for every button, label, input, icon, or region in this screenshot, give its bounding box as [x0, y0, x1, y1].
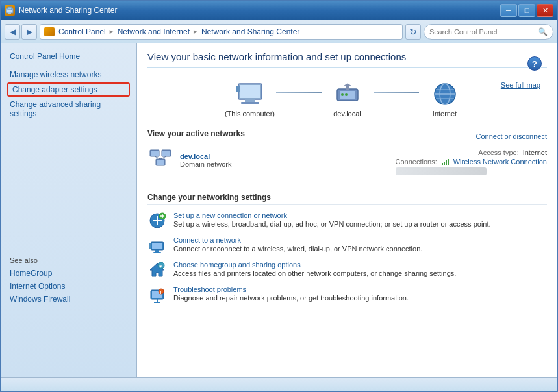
setting-item-connect: Connect to a network Connect or reconnec… — [147, 236, 547, 254]
forward-button[interactable]: ▶ — [21, 24, 37, 40]
troubleshoot-link[interactable]: Troubleshoot problems — [173, 286, 409, 293]
help-button[interactable]: ? — [527, 56, 542, 71]
sidebar-change-advanced[interactable]: Change advanced sharing settings — [1, 98, 136, 120]
svg-rect-53 — [154, 302, 160, 303]
sidebar-homegroup[interactable]: HomeGroup — [1, 267, 136, 280]
main-area: Control Panel Home Manage wireless netwo… — [1, 43, 557, 377]
homegroup-link[interactable]: Choose homegroup and sharing options — [173, 261, 456, 269]
window-icon — [5, 5, 15, 16]
svg-rect-27 — [157, 160, 164, 165]
homegroup-desc: Access files and printers located on oth… — [173, 269, 456, 278]
setting-item-setup: Set up a new connection or network Set u… — [147, 212, 547, 230]
minimize-button[interactable]: ─ — [500, 4, 517, 17]
network-node-computer: (This computer) — [224, 81, 276, 117]
breadcrumb-network-internet[interactable]: Network and Internet — [118, 27, 190, 36]
refresh-button[interactable]: ↻ — [405, 24, 421, 40]
address-bar: ◀ ▶ Control Panel ► Network and Internet… — [1, 20, 557, 43]
connect-network-desc: Connect or reconnect to a wireless, wire… — [173, 244, 422, 254]
setting-text-connect: Connect to a network Connect or reconnec… — [173, 236, 422, 254]
content-wrapper: ? View your basic network information an… — [147, 51, 547, 304]
network-map: See full map — [147, 77, 547, 121]
svg-rect-2 — [8, 12, 11, 14]
search-bar: 🔍 — [424, 24, 553, 40]
sidebar-internet-options[interactable]: Internet Options — [1, 280, 136, 293]
internet-icon — [429, 81, 461, 107]
svg-rect-7 — [236, 90, 240, 92]
domain-network-icon — [147, 149, 173, 172]
sidebar-control-panel-home[interactable]: Control Panel Home — [1, 50, 136, 63]
computer-node-label: (This computer) — [225, 110, 275, 117]
breadcrumb-control-panel[interactable]: Control Panel — [58, 27, 106, 36]
svg-rect-46 — [149, 247, 151, 249]
connector-1 — [276, 92, 322, 93]
breadcrumb-bar: Control Panel ► Network and Internet ► N… — [40, 24, 403, 40]
settings-title: Change your networking settings — [147, 193, 547, 205]
svg-line-29 — [160, 156, 166, 159]
maximize-button[interactable]: □ — [518, 4, 535, 17]
setup-connection-link[interactable]: Set up a new connection or network — [173, 212, 491, 219]
sidebar-windows-firewall[interactable]: Windows Firewall — [1, 293, 136, 306]
svg-rect-30 — [442, 163, 443, 165]
homegroup-icon: ♥ — [147, 261, 167, 279]
search-input[interactable] — [429, 28, 535, 36]
network-info-right: Access type: Internet Connections: — [396, 149, 548, 175]
access-type-value: Internet — [523, 149, 547, 156]
router-node-label: dev.local — [333, 110, 361, 117]
network-info-left: dev.local Domain network — [147, 149, 396, 172]
title-bar-buttons: ─ □ ✕ — [500, 4, 553, 17]
connections-label: Connections: — [396, 158, 437, 165]
svg-point-12 — [341, 93, 344, 96]
breadcrumb-network-sharing[interactable]: Network and Sharing Center — [201, 27, 299, 36]
connections-row: Connections: Wireless Network Connection — [396, 158, 548, 165]
active-networks-section: View your active networks Connect or dis… — [147, 129, 547, 182]
window-title: Network and Sharing Center — [19, 6, 117, 15]
network-name: dev.local — [180, 153, 231, 160]
sidebar: Control Panel Home Manage wireless netwo… — [1, 43, 137, 377]
back-button[interactable]: ◀ — [5, 24, 20, 40]
close-button[interactable]: ✕ — [537, 4, 553, 17]
setting-item-troubleshoot: ! Troubleshoot problems Diagnose and rep… — [147, 286, 547, 304]
sidebar-change-adapter[interactable]: Change adapter settings — [7, 82, 130, 97]
svg-rect-32 — [446, 160, 447, 165]
page-title: View your basic network information and … — [147, 51, 547, 68]
connect-network-link[interactable]: Connect to a network — [173, 236, 422, 244]
svg-text:♥: ♥ — [159, 264, 162, 269]
svg-rect-6 — [241, 102, 259, 104]
main-window: Network and Sharing Center ─ □ ✕ ◀ ▶ Con… — [0, 0, 558, 392]
svg-rect-5 — [245, 99, 255, 102]
connect-network-icon — [147, 236, 167, 254]
computer-icon — [235, 81, 266, 107]
router-icon — [332, 81, 363, 107]
connect-disconnect-link[interactable]: Connect or disconnect — [476, 132, 547, 140]
svg-line-28 — [155, 156, 160, 159]
network-text: dev.local Domain network — [180, 153, 231, 168]
svg-rect-23 — [151, 151, 159, 156]
setting-item-homegroup: ♥ Choose homegroup and sharing options A… — [147, 261, 547, 279]
network-type: Domain network — [180, 160, 231, 168]
svg-rect-31 — [444, 162, 445, 165]
sidebar-manage-wireless[interactable]: Manage wireless networks — [1, 68, 136, 81]
active-section-header: View your active networks Connect or dis… — [147, 129, 547, 143]
breadcrumb-sep-2: ► — [192, 28, 199, 35]
setting-text-troubleshoot: Troubleshoot problems Diagnose and repai… — [173, 286, 409, 303]
content-area: ? View your basic network information an… — [137, 43, 557, 377]
setup-connection-desc: Set up a wireless, broadband, dial-up, a… — [173, 219, 491, 229]
svg-rect-43 — [153, 252, 161, 253]
see-full-map-link[interactable]: See full map — [501, 81, 540, 89]
svg-rect-41 — [152, 243, 162, 249]
status-bar — [1, 377, 557, 391]
blurred-info — [396, 167, 487, 175]
breadcrumb-icon — [44, 27, 55, 36]
search-icon: 🔍 — [538, 27, 548, 36]
title-bar: Network and Sharing Center ─ □ ✕ — [1, 1, 557, 20]
networking-settings-section: Change your networking settings — [147, 193, 547, 304]
svg-rect-44 — [149, 243, 151, 245]
svg-rect-1 — [8, 7, 12, 10]
svg-rect-42 — [155, 250, 159, 252]
active-networks-label: View your active networks — [147, 129, 245, 138]
access-type-label: Access type: — [478, 149, 518, 156]
svg-rect-33 — [448, 159, 449, 165]
setting-text-homegroup: Choose homegroup and sharing options Acc… — [173, 261, 456, 278]
connections-value[interactable]: Wireless Network Connection — [453, 158, 547, 165]
connector-2 — [374, 92, 419, 93]
